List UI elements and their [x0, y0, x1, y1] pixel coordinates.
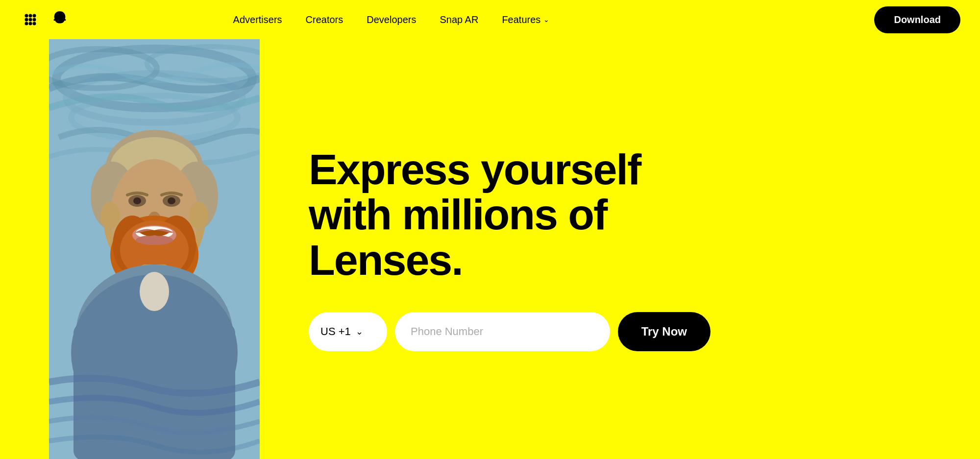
nav-creators[interactable]: Creators: [306, 14, 343, 25]
svg-point-38: [140, 272, 169, 311]
hero-image: [49, 39, 260, 459]
svg-point-3: [25, 18, 28, 22]
nav-features-label: Features: [502, 14, 540, 25]
country-chevron-icon: ⌄: [356, 326, 363, 337]
nav-developers[interactable]: Developers: [367, 14, 416, 25]
nav-advertisers[interactable]: Advertisers: [233, 14, 282, 25]
chevron-down-icon: ⌄: [543, 16, 549, 24]
svg-point-4: [29, 18, 32, 22]
phone-number-input[interactable]: [395, 312, 610, 351]
svg-point-6: [25, 22, 28, 25]
svg-point-32: [136, 235, 173, 245]
svg-point-8: [33, 22, 36, 25]
nav-features[interactable]: Features ⌄: [502, 14, 549, 25]
navbar: Advertisers Creators Developers Snap AR …: [0, 0, 980, 39]
svg-point-7: [29, 22, 32, 25]
svg-point-24: [168, 197, 175, 204]
nav-center: Advertisers Creators Developers Snap AR …: [233, 14, 550, 25]
svg-point-1: [29, 14, 32, 18]
download-button[interactable]: Download: [874, 6, 960, 33]
hero-content: Express yourself with millions of Lenses…: [260, 39, 980, 459]
snapchat-logo[interactable]: [49, 9, 71, 30]
hero-section: Express yourself with millions of Lenses…: [0, 39, 980, 459]
nav-right: Download: [874, 6, 960, 33]
country-code-label: US +1: [320, 325, 351, 338]
svg-point-34: [189, 202, 208, 229]
grid-icon[interactable]: [20, 9, 41, 30]
nav-snap-ar[interactable]: Snap AR: [440, 14, 478, 25]
svg-point-0: [25, 14, 28, 18]
try-now-button[interactable]: Try Now: [618, 312, 710, 351]
svg-point-23: [133, 197, 141, 204]
svg-point-5: [33, 18, 36, 22]
svg-point-33: [100, 202, 120, 229]
van-gogh-painting: [49, 39, 260, 459]
country-code-selector[interactable]: US +1 ⌄: [309, 312, 387, 351]
svg-point-2: [33, 14, 36, 18]
nav-left: [20, 9, 71, 30]
hero-headline: Express yourself with millions of Lenses…: [309, 147, 710, 283]
hero-form: US +1 ⌄ Try Now: [309, 312, 710, 351]
